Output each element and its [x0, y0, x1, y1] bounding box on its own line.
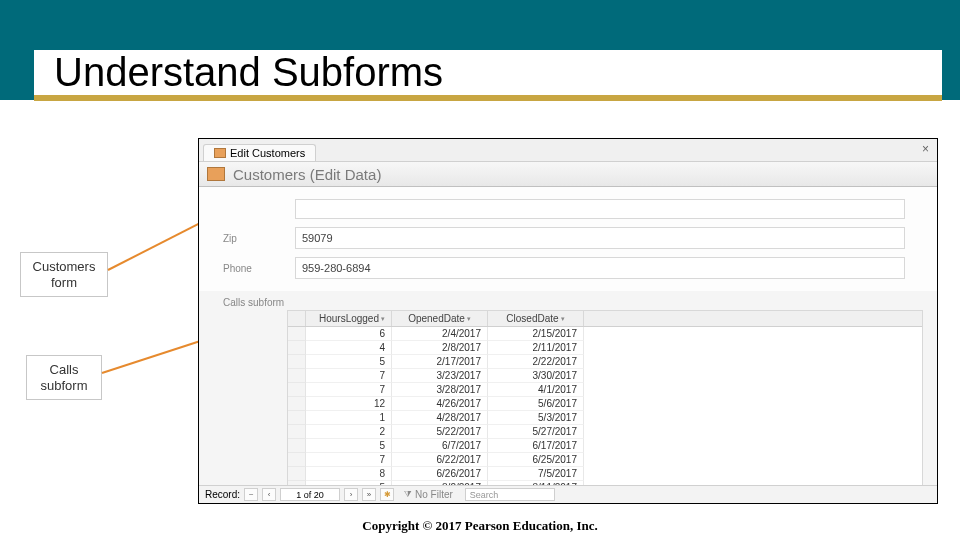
text-input[interactable] [295, 199, 905, 219]
phone-label: Phone [223, 263, 283, 274]
cell-opened[interactable]: 6/7/2017 [392, 439, 488, 453]
filter-icon: ⧩ [404, 489, 412, 500]
row-selector[interactable] [288, 327, 306, 341]
cell-closed[interactable]: 6/25/2017 [488, 453, 584, 467]
dropdown-arrow-icon: ▾ [561, 315, 565, 323]
form-icon [214, 148, 226, 158]
cell-closed[interactable]: 2/11/2017 [488, 341, 584, 355]
cell-hours[interactable]: 7 [306, 383, 392, 397]
nav-first-button[interactable]: ~ [244, 488, 258, 501]
filter-indicator[interactable]: ⧩ No Filter [404, 489, 453, 500]
record-navigator: Record: ~ ‹ 1 of 20 › » ✱ ⧩ No Filter Se… [199, 485, 937, 503]
document-tab-strip: Edit Customers × [199, 139, 937, 161]
cell-opened[interactable]: 4/28/2017 [392, 411, 488, 425]
table-row[interactable]: 56/7/20176/17/2017 [288, 439, 922, 453]
cell-opened[interactable]: 3/28/2017 [392, 383, 488, 397]
cell-opened[interactable]: 6/22/2017 [392, 453, 488, 467]
table-row[interactable]: 73/28/20174/1/2017 [288, 383, 922, 397]
slide-title: Understand Subforms [54, 50, 942, 95]
slide-title-box: Understand Subforms [34, 50, 942, 101]
field-row-phone: Phone 959-280-6894 [223, 257, 925, 279]
tab-label: Edit Customers [230, 147, 305, 159]
callout-customers-form: Customers form [20, 252, 108, 297]
cell-opened[interactable]: 4/26/2017 [392, 397, 488, 411]
column-label: OpenedDate [408, 313, 465, 324]
select-all-cell[interactable] [288, 311, 306, 326]
cell-opened[interactable]: 2/8/2017 [392, 341, 488, 355]
dropdown-arrow-icon: ▾ [381, 315, 385, 323]
table-row[interactable]: 73/23/20173/30/2017 [288, 369, 922, 383]
subform-label: Calls subform [223, 297, 937, 308]
cell-closed[interactable]: 5/6/2017 [488, 397, 584, 411]
nav-new-button[interactable]: ✱ [380, 488, 394, 501]
cell-hours[interactable]: 2 [306, 425, 392, 439]
phone-input[interactable]: 959-280-6894 [295, 257, 905, 279]
copyright-text: Copyright © 2017 Pearson Education, Inc. [0, 518, 960, 534]
cell-hours[interactable]: 7 [306, 453, 392, 467]
form-icon [207, 167, 225, 181]
row-selector[interactable] [288, 369, 306, 383]
row-selector[interactable] [288, 453, 306, 467]
cell-closed[interactable]: 5/3/2017 [488, 411, 584, 425]
row-selector[interactable] [288, 425, 306, 439]
column-header-opened[interactable]: OpenedDate▾ [392, 311, 488, 326]
cell-opened[interactable]: 6/26/2017 [392, 467, 488, 481]
nav-next-button[interactable]: › [344, 488, 358, 501]
table-row[interactable]: 42/8/20172/11/2017 [288, 341, 922, 355]
cell-closed[interactable]: 4/1/2017 [488, 383, 584, 397]
row-selector[interactable] [288, 355, 306, 369]
cell-closed[interactable]: 5/27/2017 [488, 425, 584, 439]
cell-opened[interactable]: 3/23/2017 [392, 369, 488, 383]
record-label: Record: [205, 489, 240, 500]
cell-opened[interactable]: 2/4/2017 [392, 327, 488, 341]
row-selector[interactable] [288, 383, 306, 397]
cell-hours[interactable]: 1 [306, 411, 392, 425]
cell-opened[interactable]: 2/17/2017 [392, 355, 488, 369]
close-icon[interactable]: × [922, 142, 929, 156]
cell-hours[interactable]: 4 [306, 341, 392, 355]
table-row[interactable]: 25/22/20175/27/2017 [288, 425, 922, 439]
table-row[interactable]: 86/26/20177/5/2017 [288, 467, 922, 481]
column-label: ClosedDate [506, 313, 558, 324]
cell-hours[interactable]: 5 [306, 439, 392, 453]
callout-calls-subform: Calls subform [26, 355, 102, 400]
cell-hours[interactable]: 6 [306, 327, 392, 341]
table-row[interactable]: 76/22/20176/25/2017 [288, 453, 922, 467]
nav-prev-button[interactable]: ‹ [262, 488, 276, 501]
row-selector[interactable] [288, 439, 306, 453]
row-selector[interactable] [288, 411, 306, 425]
form-title: Customers (Edit Data) [233, 166, 381, 183]
cell-hours[interactable]: 7 [306, 369, 392, 383]
zip-input[interactable]: 59079 [295, 227, 905, 249]
tab-edit-customers[interactable]: Edit Customers [203, 144, 316, 161]
cell-closed[interactable]: 6/17/2017 [488, 439, 584, 453]
column-header-closed[interactable]: ClosedDate▾ [488, 311, 584, 326]
table-row[interactable]: 124/26/20175/6/2017 [288, 397, 922, 411]
nav-last-button[interactable]: » [362, 488, 376, 501]
cell-closed[interactable]: 2/22/2017 [488, 355, 584, 369]
row-selector[interactable] [288, 397, 306, 411]
cell-opened[interactable]: 5/22/2017 [392, 425, 488, 439]
callout-label: Calls subform [41, 362, 88, 393]
form-header: Customers (Edit Data) [199, 161, 937, 187]
datasheet-rows: 62/4/20172/15/201742/8/20172/11/201752/1… [288, 327, 922, 504]
table-row[interactable]: 52/17/20172/22/2017 [288, 355, 922, 369]
record-position[interactable]: 1 of 20 [280, 488, 340, 501]
field-row-blank [223, 199, 925, 219]
column-header-hours[interactable]: HoursLogged▾ [306, 311, 392, 326]
table-row[interactable]: 14/28/20175/3/2017 [288, 411, 922, 425]
row-selector[interactable] [288, 341, 306, 355]
cell-hours[interactable]: 12 [306, 397, 392, 411]
cell-closed[interactable]: 7/5/2017 [488, 467, 584, 481]
row-selector[interactable] [288, 467, 306, 481]
cell-hours[interactable]: 8 [306, 467, 392, 481]
dropdown-arrow-icon: ▾ [467, 315, 471, 323]
table-row[interactable]: 62/4/20172/15/2017 [288, 327, 922, 341]
cell-hours[interactable]: 5 [306, 355, 392, 369]
cell-closed[interactable]: 2/15/2017 [488, 327, 584, 341]
cell-closed[interactable]: 3/30/2017 [488, 369, 584, 383]
datasheet-header: HoursLogged▾ OpenedDate▾ ClosedDate▾ [288, 311, 922, 327]
access-form-screenshot: Edit Customers × Customers (Edit Data) Z… [198, 138, 938, 504]
field-row-zip: Zip 59079 [223, 227, 925, 249]
search-box[interactable]: Search [465, 488, 555, 501]
